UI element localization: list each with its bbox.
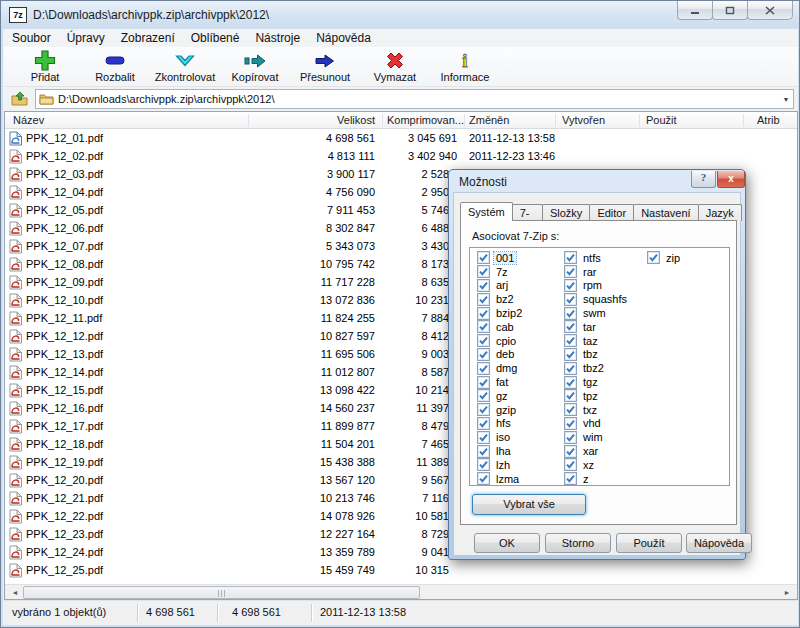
extension-checkbox-7z[interactable]: 7z (477, 265, 524, 279)
column-header-vytvoren[interactable]: Vytvořen (562, 114, 605, 126)
delete-button[interactable]: Vymazat (360, 47, 430, 85)
extension-label: arj (494, 279, 510, 291)
column-header-atrib[interactable]: Atrib (757, 114, 780, 126)
extension-checkbox-dmg[interactable]: dmg (477, 361, 524, 375)
extension-label: xz (581, 459, 596, 471)
file-name: PPK_12_14.pdf (26, 366, 103, 378)
extension-checkbox-bz2[interactable]: bz2 (477, 292, 524, 306)
extension-checkbox-ntfs[interactable]: ntfs (564, 251, 629, 265)
extension-checkbox-fat[interactable]: fat (477, 375, 524, 389)
file-compressed-size: 8 729 (342, 528, 449, 540)
tab-system[interactable]: Systém (460, 202, 513, 221)
extract-button[interactable]: Rozbalit (80, 47, 150, 85)
file-name: PPK_12_04.pdf (26, 186, 103, 198)
column-header-pouzit[interactable]: Použit (646, 114, 677, 126)
file-row[interactable]: PPK_12_25.pdf15 459 74910 315 (5, 562, 797, 580)
extension-checkbox-tgz[interactable]: tgz (564, 375, 629, 389)
checkbox-checked-icon (564, 334, 577, 347)
ok-button[interactable]: OK (474, 533, 540, 553)
extension-checkbox-rar[interactable]: rar (564, 265, 629, 279)
extension-checkbox-zip[interactable]: zip (647, 251, 682, 265)
tab-editor[interactable]: Editor (589, 204, 634, 221)
extension-checkbox-xz[interactable]: xz (564, 458, 629, 472)
file-compressed-size: 10 231 (342, 294, 449, 306)
pdf-file-icon (9, 365, 23, 380)
extension-checkbox-txz[interactable]: txz (564, 403, 629, 417)
column-header-velikost[interactable]: Velikost (252, 114, 375, 126)
move-button[interactable]: Přesunout (290, 47, 360, 85)
copy-button[interactable]: Kopírovat (220, 47, 290, 85)
extension-checkbox-tar[interactable]: tar (564, 320, 629, 334)
menu-soubor[interactable]: Soubor (4, 29, 59, 47)
extension-checkbox-bzip2[interactable]: bzip2 (477, 306, 524, 320)
extension-checkbox-cpio[interactable]: cpio (477, 334, 524, 348)
select-all-button[interactable]: Vybrat vše (472, 494, 586, 515)
extension-checkbox-taz[interactable]: taz (564, 334, 629, 348)
tab-7zip[interactable]: 7-Zip (512, 204, 543, 221)
close-button[interactable] (747, 1, 793, 20)
extension-checkbox-arj[interactable]: arj (477, 279, 524, 293)
extension-checkbox-iso[interactable]: iso (477, 430, 524, 444)
scroll-left-arrow-icon[interactable]: ◄ (7, 586, 23, 599)
up-one-level-button[interactable] (7, 89, 33, 109)
extension-label: gz (494, 390, 510, 402)
extension-checkbox-squashfs[interactable]: squashfs (564, 292, 629, 306)
menu-zobrazeni[interactable]: Zobrazení (113, 29, 183, 47)
column-header-nazev[interactable]: Název (13, 114, 44, 126)
pdf-file-icon (9, 491, 23, 506)
extension-checkbox-tbz2[interactable]: tbz2 (564, 361, 629, 375)
scroll-right-arrow-icon[interactable]: ► (779, 586, 795, 599)
menu-napoveda[interactable]: Nápověda (308, 29, 379, 47)
extension-checkbox-wim[interactable]: wim (564, 430, 629, 444)
extension-checkbox-001[interactable]: 001 (477, 251, 524, 265)
extension-checkbox-tbz[interactable]: tbz (564, 348, 629, 362)
help-button[interactable]: Nápověda (686, 533, 752, 553)
pdf-file-icon (9, 527, 23, 542)
add-button[interactable]: Přidat (10, 47, 80, 85)
extension-label: wim (581, 431, 605, 443)
menu-oblibene[interactable]: Oblíbené (183, 29, 248, 47)
extension-checkbox-hfs[interactable]: hfs (477, 417, 524, 431)
apply-button[interactable]: Použít (616, 533, 682, 553)
column-header-komprimovana[interactable]: Komprimovan... (387, 114, 464, 126)
checkbox-checked-icon (564, 279, 577, 292)
info-button[interactable]: iInformace (430, 47, 500, 85)
test-button[interactable]: Zkontrolovat (150, 47, 220, 85)
titlebar: 7z D:\Downloads\archivppk.zip\archivppk\… (1, 1, 799, 29)
extension-label: swm (581, 307, 608, 319)
address-input[interactable]: D:\Downloads\archivppk.zip\archivppk\201… (35, 89, 794, 109)
tab-nastaveni[interactable]: Nastavení (633, 204, 699, 221)
scrollbar-thumb[interactable] (23, 586, 420, 599)
tab-jazyk[interactable]: Jazyk (698, 204, 742, 221)
cancel-button[interactable]: Storno (545, 533, 611, 553)
horizontal-scrollbar[interactable]: ◄ ► (5, 584, 797, 599)
extension-checkbox-lzh[interactable]: lzh (477, 458, 524, 472)
checkbox-checked-icon (477, 362, 490, 375)
minimize-button[interactable] (677, 1, 713, 20)
extension-checkbox-gzip[interactable]: gzip (477, 403, 524, 417)
extension-checkbox-vhd[interactable]: vhd (564, 417, 629, 431)
extension-checkbox-lzma[interactable]: lzma (477, 472, 524, 486)
menu-nastroje[interactable]: Nástroje (247, 29, 308, 47)
extension-checkbox-deb[interactable]: deb (477, 348, 524, 362)
file-compressed-size: 9 567 (342, 474, 449, 486)
extension-checkbox-gz[interactable]: gz (477, 389, 524, 403)
file-row[interactable]: PPK_12_02.pdf4 813 1113 402 9402011-12-2… (5, 148, 797, 166)
extension-checkbox-cab[interactable]: cab (477, 320, 524, 334)
extension-checkbox-lha[interactable]: lha (477, 444, 524, 458)
address-dropdown-arrow[interactable]: ▼ (779, 96, 793, 103)
column-header-zmenen[interactable]: Změněn (469, 114, 509, 126)
extension-checkbox-rpm[interactable]: rpm (564, 279, 629, 293)
menu-upravy[interactable]: Úpravy (59, 29, 113, 47)
extension-checkbox-swm[interactable]: swm (564, 306, 629, 320)
tab-slozky[interactable]: Složky (542, 204, 590, 221)
file-row[interactable]: PPK_12_01.pdf4 698 5613 045 6912011-12-1… (5, 130, 797, 148)
extension-checkbox-xar[interactable]: xar (564, 444, 629, 458)
extension-checkbox-tpz[interactable]: tpz (564, 389, 629, 403)
maximize-button[interactable] (712, 1, 748, 20)
extension-checkbox-z[interactable]: z (564, 472, 629, 486)
dialog-close-icon[interactable]: x (717, 171, 745, 188)
extension-label: lzma (494, 473, 521, 485)
checkbox-checked-icon (564, 403, 577, 416)
dialog-help-icon[interactable]: ? (691, 171, 716, 188)
